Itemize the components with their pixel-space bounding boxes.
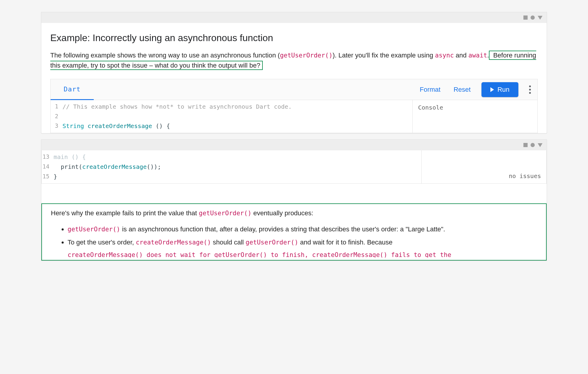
bullet-text: and wait for it to finish. Because (298, 239, 392, 246)
cutoff-text: createOrderMessage() does not wait for g… (51, 250, 537, 258)
play-icon (490, 87, 494, 92)
explain-text: eventually produces: (251, 209, 313, 217)
dot-icon (529, 85, 531, 87)
code-editor[interactable]: 1// This example shows how *not* to writ… (51, 100, 412, 133)
run-button[interactable]: Run (481, 82, 518, 97)
panel-body: Example: Incorrectly using an asynchrono… (41, 23, 547, 133)
console-label: Console (418, 104, 443, 111)
list-item: To get the user's order, createOrderMess… (68, 237, 537, 247)
dartpad-embed: 13main () {14 print(createOrderMessage()… (41, 150, 547, 184)
panel-chrome (41, 12, 547, 23)
list-item: getUserOrder() is an asynchronous functi… (68, 224, 537, 234)
dartpad-embed: Dart Format Reset Run 1// This example s… (50, 79, 538, 133)
dot-icon (529, 92, 531, 94)
code-line: 15} (42, 172, 421, 182)
line-number: 14 (42, 162, 54, 172)
code-getuserorder: getUserOrder() (68, 226, 120, 233)
stop-icon (523, 15, 528, 20)
code-editor[interactable]: 13main () {14 print(createOrderMessage()… (42, 150, 421, 183)
console-pane: Console (412, 100, 537, 133)
code-async: async (435, 52, 454, 59)
code-content: // This example shows how *not* to write… (62, 102, 292, 112)
explain-text: Here's why the example fails to print th… (51, 209, 199, 217)
section-heading: Example: Incorrectly using an asynchrono… (50, 31, 538, 45)
code-content: } (54, 172, 57, 182)
panel-chrome (41, 140, 547, 150)
code-getuserorder: getUserOrder() (199, 210, 251, 217)
dot-icon (529, 89, 531, 91)
record-icon (531, 143, 535, 147)
panel-top: Example: Incorrectly using an asynchrono… (41, 12, 547, 133)
code-getuserorder: getUserOrder() (280, 52, 333, 59)
line-number: 13 (42, 152, 54, 162)
reset-button[interactable]: Reset (453, 85, 470, 94)
intro-text: ). Later you'll fix the example using (333, 52, 435, 59)
intro-text: The following example shows the wrong wa… (50, 52, 280, 59)
code-content: main () { (54, 152, 86, 162)
intro-text: and (454, 52, 468, 59)
code-createordermessage: createOrderMessage() (136, 239, 211, 246)
stop-icon (523, 143, 528, 147)
dropdown-icon (538, 16, 542, 20)
code-getuserorder: getUserOrder() (245, 239, 298, 246)
bullet-text: should call (211, 239, 245, 246)
code-content: String createOrderMessage () { (62, 121, 170, 131)
dartpad-split: 1// This example shows how *not* to writ… (51, 100, 537, 133)
explain-list: getUserOrder() is an asynchronous functi… (51, 224, 537, 247)
no-issues-label: no issues (509, 172, 541, 180)
format-button[interactable]: Format (420, 85, 440, 94)
explanation-box: Here's why the example fails to print th… (41, 203, 547, 261)
code-line: 3String createOrderMessage () { (51, 121, 412, 131)
tab-dart[interactable]: Dart (51, 80, 94, 100)
explain-lead: Here's why the example fails to print th… (51, 208, 537, 218)
bullet-text: To get the user's order, (68, 239, 136, 246)
dartpad-toolbar: Dart Format Reset Run (51, 79, 537, 100)
bullet-text: is an asynchronous function that, after … (120, 225, 445, 233)
panel-bottom: 13main () {14 print(createOrderMessage()… (41, 139, 547, 261)
code-content: print(createOrderMessage()); (54, 162, 161, 172)
code-line: 14 print(createOrderMessage()); (42, 162, 421, 172)
more-menu-button[interactable] (523, 84, 537, 95)
dartpad-split: 13main () {14 print(createOrderMessage()… (42, 150, 546, 183)
line-number: 2 (51, 112, 62, 121)
issues-pane: no issues (421, 150, 546, 183)
code-line: 1// This example shows how *not* to writ… (51, 102, 412, 112)
record-icon (531, 15, 535, 20)
line-number: 1 (51, 102, 62, 112)
intro-paragraph: The following example shows the wrong wa… (50, 50, 538, 71)
line-number: 3 (51, 121, 62, 131)
run-label: Run (498, 86, 509, 94)
code-await: await (468, 52, 487, 59)
dropdown-icon (538, 143, 542, 147)
line-number: 15 (42, 172, 54, 182)
panel-body: 13main () {14 print(createOrderMessage()… (41, 150, 547, 261)
code-line: 13main () { (42, 152, 421, 162)
code-line: 2 (51, 112, 412, 121)
